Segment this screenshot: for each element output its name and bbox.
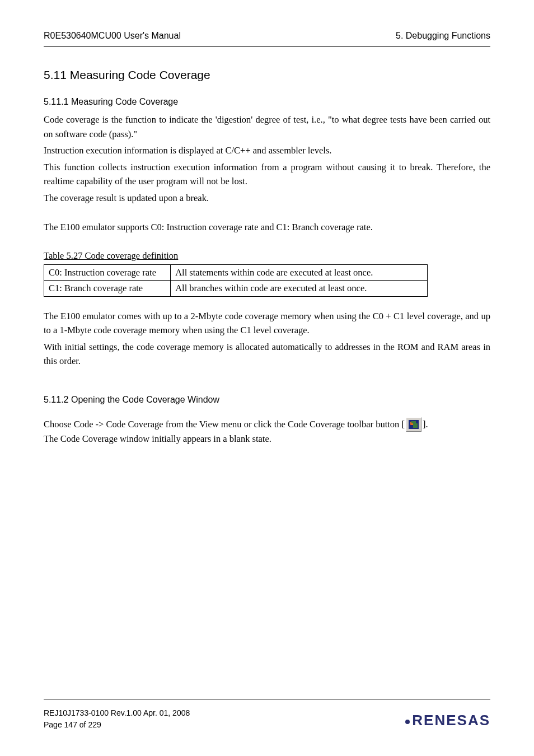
table-cell: All statements within code are executed …: [171, 264, 428, 281]
body-text: Instruction execution information is dis…: [44, 143, 490, 158]
body-text: The coverage result is updated upon a br…: [44, 191, 490, 206]
code-coverage-toolbar-icon[interactable]: [406, 417, 421, 432]
body-text: This function collects instruction execu…: [44, 160, 490, 189]
table-cell: All branches within code are executed at…: [171, 281, 428, 297]
body-text: Code coverage is the function to indicat…: [44, 113, 490, 141]
logo-text: RENESAS: [412, 712, 490, 729]
table-row: C0: Instruction coverage rate All statem…: [44, 264, 428, 281]
subsection-heading-2: 5.11.2 Opening the Code Coverage Window: [44, 393, 490, 407]
section-heading: 5.11 Measuring Code Coverage: [44, 66, 490, 85]
table-row: C1: Branch coverage rate All branches wi…: [44, 281, 428, 297]
body-text: The E100 emulator supports C0: Instructi…: [44, 220, 490, 235]
logo-dot-icon: [405, 720, 410, 724]
page-footer: REJ10J1733-0100 Rev.1.00 Apr. 01, 2008 P…: [44, 699, 490, 730]
chapter-title: 5. Debugging Functions: [396, 29, 490, 43]
manual-title: R0E530640MCU00 User's Manual: [44, 29, 181, 43]
footer-page-number: Page 147 of 229: [44, 719, 190, 730]
table-cell: C0: Instruction coverage rate: [44, 264, 171, 281]
subsection-heading-1: 5.11.1 Measuring Code Coverage: [44, 95, 490, 109]
table-cell: C1: Branch coverage rate: [44, 281, 171, 297]
body-text-pre: Choose Code -> Code Coverage from the Vi…: [44, 417, 405, 432]
page-header: R0E530640MCU00 User's Manual 5. Debuggin…: [44, 29, 490, 47]
body-text: The Code Coverage window initially appea…: [44, 432, 490, 446]
code-coverage-icon: [409, 420, 419, 429]
renesas-logo: RENESAS: [405, 712, 490, 729]
body-text-post: ].: [423, 417, 428, 432]
footer-revision: REJ10J1733-0100 Rev.1.00 Apr. 01, 2008: [44, 707, 190, 718]
body-text: Choose Code -> Code Coverage from the Vi…: [44, 417, 490, 432]
body-text: The E100 emulator comes with up to a 2-M…: [44, 309, 490, 338]
coverage-definition-table: C0: Instruction coverage rate All statem…: [44, 264, 428, 297]
table-caption: Table 5.27 Code coverage definition: [44, 249, 490, 263]
body-text: With initial settings, the code coverage…: [44, 340, 490, 368]
